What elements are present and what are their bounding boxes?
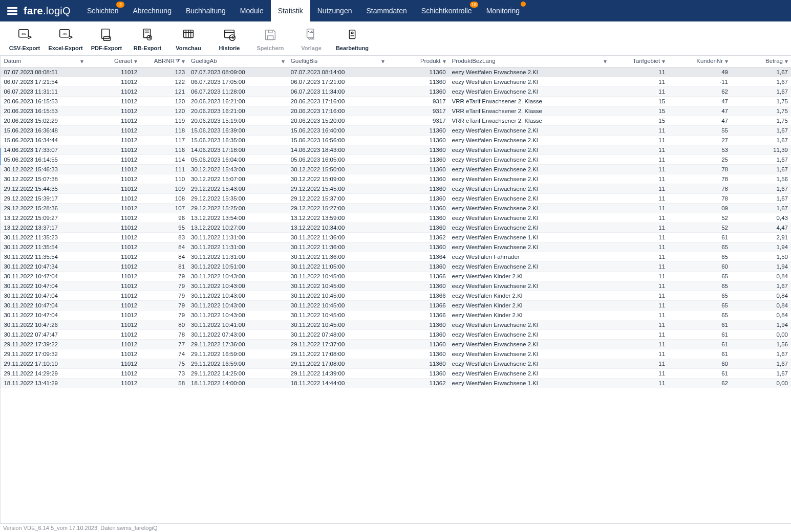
cell-gueltigBis: 30.11.2022 07:48:00 xyxy=(288,330,388,340)
nav-badge-dot xyxy=(521,2,526,7)
cell-gueltigBis: 30.11.2022 11:05:00 xyxy=(288,262,388,272)
nav-tab-schichten[interactable]: Schichten2 xyxy=(80,0,125,21)
nav-tab-abrechnung[interactable]: Abrechnung xyxy=(125,0,179,21)
table-row[interactable]: 29.11.2022 17:10:10110127529.11.2022 16:… xyxy=(1,359,791,369)
cell-abrnr: 81 xyxy=(140,262,188,272)
column-header-datum[interactable]: Datum▾ xyxy=(1,56,87,68)
chevron-down-icon[interactable]: ▾ xyxy=(604,58,607,65)
cell-tarif: 11 xyxy=(610,174,668,184)
chevron-down-icon[interactable]: ▾ xyxy=(662,58,665,65)
table-row[interactable]: 29.12.2022 15:44:351101210929.12.2022 15… xyxy=(1,184,791,194)
table-row[interactable]: 29.12.2022 15:39:171101210829.12.2022 15… xyxy=(1,194,791,204)
table-row[interactable]: 20.06.2023 16:15:531101212020.06.2023 16… xyxy=(1,106,791,116)
menu-icon[interactable] xyxy=(4,5,20,17)
cell-geraet: 11012 xyxy=(87,359,140,369)
column-header-gueltigAb[interactable]: GueltigAb▾ xyxy=(188,56,288,68)
cell-geraet: 11012 xyxy=(87,252,140,262)
chevron-down-icon[interactable]: ▾ xyxy=(725,58,728,65)
table-row[interactable]: 29.12.2022 15:28:361101210729.12.2022 15… xyxy=(1,204,791,213)
table-row[interactable]: 13.12.2022 13:37:17110129513.12.2022 10:… xyxy=(1,223,791,233)
table-row[interactable]: 30.11.2022 10:47:04110127930.11.2022 10:… xyxy=(1,281,791,291)
cell-kundenNr: 61 xyxy=(668,340,731,349)
column-header-produktBez[interactable]: ProduktBezLang▾ xyxy=(449,56,610,68)
table-row[interactable]: 30.11.2022 10:47:26110128030.11.2022 10:… xyxy=(1,320,791,330)
table-row[interactable]: 30.12.2022 15:07:381101211030.12.2022 15… xyxy=(1,174,791,184)
table-row[interactable]: 30.11.2022 10:47:04110127930.11.2022 10:… xyxy=(1,272,791,281)
table-row[interactable]: 15.06.2023 16:36:481101211815.06.2023 16… xyxy=(1,126,791,136)
column-header-label: Datum xyxy=(4,58,21,64)
table-row[interactable]: 30.11.2022 10:47:04110127930.11.2022 10:… xyxy=(1,311,791,320)
cell-abrnr: 84 xyxy=(140,252,188,262)
cell-abrnr: 95 xyxy=(140,223,188,233)
rb-export-button[interactable]: RB-Export xyxy=(128,25,167,52)
nav-tab-stammdaten[interactable]: Stammdaten xyxy=(359,0,414,21)
excel-export-button[interactable]: .xlsExcel-Export xyxy=(46,25,85,52)
chevron-down-icon[interactable]: ▾ xyxy=(80,58,83,65)
cell-gueltigAb: 20.06.2023 16:21:00 xyxy=(188,106,288,116)
cell-gueltigBis: 29.12.2022 15:37:00 xyxy=(288,194,388,204)
table-row[interactable]: 29.11.2022 14:29:29110127329.11.2022 14:… xyxy=(1,369,791,379)
cell-tarif: 11 xyxy=(610,252,668,262)
table-row[interactable]: 30.11.2022 11:35:54110128430.11.2022 11:… xyxy=(1,252,791,262)
table-row[interactable]: 15.06.2023 16:34:441101211715.06.2023 16… xyxy=(1,136,791,145)
table-row[interactable]: 13.12.2022 15:09:27110129613.12.2022 13:… xyxy=(1,213,791,223)
grid-wrapper[interactable]: Datum▾Geraet▾ABRNR⧩▾GueltigAb▾GueltigBis… xyxy=(1,56,791,523)
table-row[interactable]: 14.06.2023 17:33:071101211614.06.2023 17… xyxy=(1,145,791,155)
column-header-betrag[interactable]: Betrag▾ xyxy=(731,56,791,68)
cell-betrag: 1,75 xyxy=(731,97,791,106)
chevron-down-icon[interactable]: ▾ xyxy=(182,58,185,65)
csv-export-button[interactable]: .csvCSV-Export xyxy=(5,25,44,52)
nav-tab-schichtkontrolle[interactable]: Schichtkontrolle18 xyxy=(414,0,479,21)
chevron-down-icon[interactable]: ▾ xyxy=(785,58,788,65)
table-row[interactable]: 06.07.2023 11:31:111101212106.07.2023 11… xyxy=(1,87,791,97)
table-row[interactable]: 29.11.2022 17:39:22110127729.11.2022 17:… xyxy=(1,340,791,349)
column-header-label: GueltigBis xyxy=(291,58,317,64)
cell-gueltigAb: 30.11.2022 10:51:00 xyxy=(188,262,288,272)
table-row[interactable]: 30.12.2022 15:46:331101211130.12.2022 15… xyxy=(1,165,791,174)
table-row[interactable]: 30.11.2022 07:47:47110127830.11.2022 07:… xyxy=(1,330,791,340)
table-row[interactable]: 30.11.2022 10:47:34110128130.11.2022 10:… xyxy=(1,262,791,272)
table-row[interactable]: 30.11.2022 10:47:04110127930.11.2022 10:… xyxy=(1,291,791,301)
cell-gueltigAb: 06.07.2023 11:28:00 xyxy=(188,87,288,97)
chevron-down-icon[interactable]: ▾ xyxy=(381,58,384,65)
cell-abrnr: 114 xyxy=(140,155,188,165)
column-header-gueltigBis[interactable]: GueltigBis▾ xyxy=(288,56,388,68)
pdf-export-button[interactable]: PDF-Export xyxy=(87,25,126,52)
table-row[interactable]: 30.11.2022 10:47:04110127930.11.2022 10:… xyxy=(1,301,791,311)
table-row[interactable]: 30.11.2022 11:35:54110128430.11.2022 11:… xyxy=(1,242,791,252)
table-row[interactable]: 30.11.2022 11:35:23110128330.11.2022 11:… xyxy=(1,233,791,242)
nav-tab-statistik[interactable]: Statistik xyxy=(271,0,310,21)
column-header-tarif[interactable]: Tarifgebiet▾ xyxy=(610,56,668,68)
chevron-down-icon[interactable]: ▾ xyxy=(282,58,285,65)
cell-datum: 29.11.2022 17:09:32 xyxy=(1,349,87,359)
table-row[interactable]: 05.06.2023 16:14:551101211405.06.2023 16… xyxy=(1,155,791,165)
historie-button[interactable]: Historie xyxy=(210,25,249,52)
column-header-produkt[interactable]: Produkt▾ xyxy=(388,56,449,68)
table-row[interactable]: 20.06.2023 15:02:291101211920.06.2023 15… xyxy=(1,116,791,126)
bearbeitung-button[interactable]: Bearbeitung xyxy=(333,25,372,52)
table-row[interactable]: 18.11.2022 13:41:29110125818.11.2022 14:… xyxy=(1,379,791,388)
cell-tarif: 11 xyxy=(610,242,668,252)
cell-produktBez: eezy Westfalen Erwachsene 2.Kl xyxy=(449,165,610,174)
table-row[interactable]: 29.11.2022 17:09:32110127429.11.2022 16:… xyxy=(1,349,791,359)
nav-tab-monitoring[interactable]: Monitoring xyxy=(479,0,527,21)
table-row[interactable]: 20.06.2023 16:15:531101212020.06.2023 16… xyxy=(1,97,791,106)
nav-tab-module[interactable]: Module xyxy=(233,0,271,21)
table-row[interactable]: 07.07.2023 08:08:511101212307.07.2023 08… xyxy=(1,68,791,77)
column-header-geraet[interactable]: Geraet▾ xyxy=(87,56,140,68)
cell-tarif: 11 xyxy=(610,349,668,359)
nav-tab-nutzungen[interactable]: Nutzungen xyxy=(310,0,359,21)
filter-icon[interactable]: ⧩ xyxy=(176,58,180,64)
svg-point-26 xyxy=(351,32,353,34)
table-row[interactable]: 06.07.2023 17:21:541101212206.07.2023 17… xyxy=(1,77,791,87)
column-header-abrnr[interactable]: ABRNR⧩▾ xyxy=(140,56,188,68)
nav-tab-buchhaltung[interactable]: Buchhaltung xyxy=(179,0,233,21)
cell-gueltigAb: 15.06.2023 16:39:00 xyxy=(188,126,288,136)
cell-produkt: 11360 xyxy=(388,242,449,252)
column-header-label: Tarifgebiet xyxy=(633,58,660,64)
column-header-kundenNr[interactable]: KundenNr▾ xyxy=(668,56,731,68)
vorschau-button[interactable]: Vorschau xyxy=(169,25,208,52)
cell-datum: 30.12.2022 15:46:33 xyxy=(1,165,87,174)
chevron-down-icon[interactable]: ▾ xyxy=(134,58,137,65)
chevron-down-icon[interactable]: ▾ xyxy=(443,58,446,65)
